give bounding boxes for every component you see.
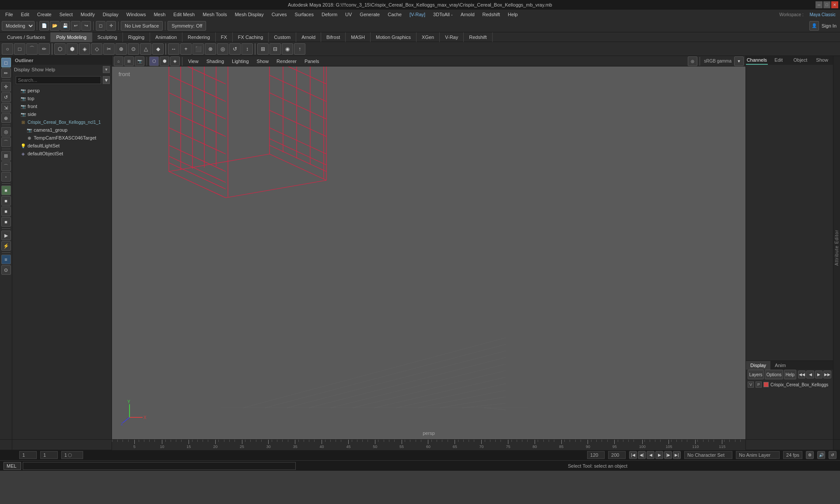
snap-curve[interactable]: ⌒ <box>1 161 11 171</box>
shelf-fill[interactable]: ⬛ <box>192 43 204 55</box>
timeline-ruler[interactable]: 5101520253035404550556065707580859095100… <box>112 440 746 450</box>
vp-menu-show[interactable]: Show <box>253 56 273 66</box>
shelf-mirror[interactable]: ↔ <box>168 43 179 55</box>
outliner-menu-help[interactable]: Help <box>46 67 56 72</box>
tab-redshift[interactable]: Redshift <box>464 32 492 42</box>
outliner-menu-show[interactable]: Show <box>32 67 44 72</box>
tab-xgen[interactable]: XGen <box>416 32 440 42</box>
move-tool[interactable]: ✛ <box>1 82 11 91</box>
outliner-item-default-light-set[interactable]: 💡 defaultLightSet <box>12 142 112 150</box>
tab-edit[interactable]: Edit <box>768 56 790 65</box>
menu-edit-mesh[interactable]: Edit Mesh <box>170 11 198 18</box>
open-btn[interactable]: 📂 <box>50 21 60 31</box>
play-fwd-btn[interactable]: ▶ <box>655 451 663 459</box>
layer-prev2-btn[interactable]: ◀ <box>806 371 814 378</box>
vp-camera-btn[interactable]: 📷 <box>135 56 144 66</box>
menu-windows[interactable]: Windows <box>123 11 150 18</box>
menu-3dtoall[interactable]: 3DToAll - <box>430 11 456 18</box>
vp-menu-lighting[interactable]: Lighting <box>228 56 252 66</box>
outliner-item-side[interactable]: 📷 side <box>12 110 112 118</box>
shelf-bevel[interactable]: ◇ <box>91 43 102 55</box>
vp-gamma-dropdown[interactable]: ▼ <box>734 56 744 66</box>
shelf-triangulate[interactable]: △ <box>140 43 151 55</box>
tab-bifrost[interactable]: Bifrost <box>321 32 346 42</box>
shelf-smooth[interactable]: ⊙ <box>128 43 139 55</box>
no-character-set[interactable]: No Character Set <box>684 451 732 459</box>
outliner-options[interactable]: ▼ <box>103 66 110 73</box>
loop-btn[interactable]: ↺ <box>829 451 836 459</box>
frame-current-field[interactable]: 1 <box>40 451 58 459</box>
outliner-search-input[interactable] <box>16 76 101 84</box>
current-frame-field[interactable]: 1 ⬡ <box>61 451 83 459</box>
undo-btn[interactable]: ↩ <box>71 21 80 31</box>
tab-rigging[interactable]: Rigging <box>123 32 150 42</box>
menu-display[interactable]: Display <box>99 11 122 18</box>
layer-menu-options[interactable]: Options <box>765 370 783 379</box>
tab-vray[interactable]: V-Ray <box>440 32 464 42</box>
shelf-paint-select[interactable]: ✏ <box>38 43 50 55</box>
outliner-item-persp[interactable]: 📷 persp <box>12 87 112 94</box>
tab-channels[interactable]: Channels <box>746 56 768 65</box>
outliner-item-kelloggs-group[interactable]: ⊞ Crispix_Cereal_Box_Kelloggs_ncl1_1 <box>12 118 112 126</box>
menu-surfaces[interactable]: Surfaces <box>291 11 317 18</box>
tab-curves-surfaces[interactable]: Curves / Surfaces <box>2 32 51 42</box>
sculpt-btn[interactable]: ⌒ <box>1 137 11 147</box>
minimize-button[interactable]: ─ <box>816 1 822 8</box>
scale-tool[interactable]: ⇲ <box>1 103 11 112</box>
ipr-btn[interactable]: ⚡ <box>1 241 11 251</box>
vp-smooth-btn[interactable]: ⬢ <box>160 56 169 66</box>
shelf-quad[interactable]: ◆ <box>152 43 164 55</box>
shelf-spin[interactable]: ↺ <box>229 43 241 55</box>
layer-menu-layers[interactable]: Layers <box>748 370 764 379</box>
outliner-item-camera1[interactable]: 📷 camera1_group <box>12 126 112 134</box>
move-tool-btn[interactable]: ✛ <box>106 21 116 31</box>
layer-visible-btn[interactable]: V <box>748 382 754 388</box>
shelf-bridge[interactable]: ⬢ <box>66 43 78 55</box>
render-btn[interactable]: ▶ <box>1 231 11 240</box>
command-line-input[interactable] <box>23 462 296 470</box>
shelf-cut[interactable]: ✂ <box>103 43 115 55</box>
menu-mesh[interactable]: Mesh <box>150 11 169 18</box>
transform-tool[interactable]: ⊕ <box>1 113 11 123</box>
menu-file[interactable]: File <box>2 11 17 18</box>
vp-layout-btn[interactable]: ⊞ <box>124 56 134 66</box>
tab-mash[interactable]: MASH <box>346 32 371 42</box>
shelf-weld[interactable]: ◎ <box>217 43 228 55</box>
menu-cache[interactable]: Cache <box>384 11 405 18</box>
shelf-extrude[interactable]: ⬡ <box>54 43 66 55</box>
tab-anim-layers[interactable]: Anim <box>770 361 790 370</box>
menu-help[interactable]: Help <box>504 11 522 18</box>
anim-end-field[interactable]: 200 <box>608 451 626 459</box>
sound-btn[interactable]: 🔊 <box>817 451 825 459</box>
shelf-connect[interactable]: ⊕ <box>116 43 127 55</box>
menu-create[interactable]: Create <box>34 11 55 18</box>
playback-settings-btn[interactable]: ⚙ <box>806 451 814 459</box>
menu-deform[interactable]: Deform <box>318 11 341 18</box>
select-tool-btn[interactable]: ◻ <box>96 21 105 31</box>
go-to-start-btn[interactable]: |◀ <box>629 451 637 459</box>
vp-smooth-wire-btn[interactable]: ◈ <box>170 56 180 66</box>
marking-menu[interactable]: ⊙ <box>1 265 11 275</box>
soft-mod[interactable]: ◎ <box>1 127 11 136</box>
tab-display-layers[interactable]: Display <box>746 361 770 370</box>
outliner-menu-display[interactable]: Display <box>14 67 30 72</box>
tab-show[interactable]: Show <box>811 56 833 65</box>
paint-select[interactable]: ✏ <box>1 68 11 78</box>
menu-mesh-tools[interactable]: Mesh Tools <box>199 11 230 18</box>
rotate-tool[interactable]: ↺ <box>1 92 11 102</box>
outliner-item-front[interactable]: 📷 front <box>12 102 112 110</box>
outliner-item-tempcam[interactable]: ⊕ TempCamFBXASC046Target <box>12 134 112 142</box>
shelf-cleanup[interactable]: ◉ <box>282 43 293 55</box>
vp-menu-renderer[interactable]: Renderer <box>273 56 300 66</box>
maximize-button[interactable]: □ <box>823 1 830 8</box>
shelf-select-rect[interactable]: □ <box>14 43 25 55</box>
display-mode-3[interactable]: ■ <box>1 206 11 216</box>
shelf-subdivide[interactable]: ⊞ <box>257 43 269 55</box>
prev-frame-btn[interactable]: ◀| <box>638 451 646 459</box>
menu-modify[interactable]: Modify <box>77 11 98 18</box>
outliner-item-default-object-set[interactable]: ◈ defaultObjectSet <box>12 150 112 158</box>
mel-mode-label[interactable]: MEL <box>4 462 21 470</box>
symmetry-toggle[interactable]: Symmetry: Off <box>168 21 206 31</box>
layer-next2-btn[interactable]: ▶▶ <box>823 371 831 378</box>
sign-in-label[interactable]: Sign In <box>820 23 838 28</box>
